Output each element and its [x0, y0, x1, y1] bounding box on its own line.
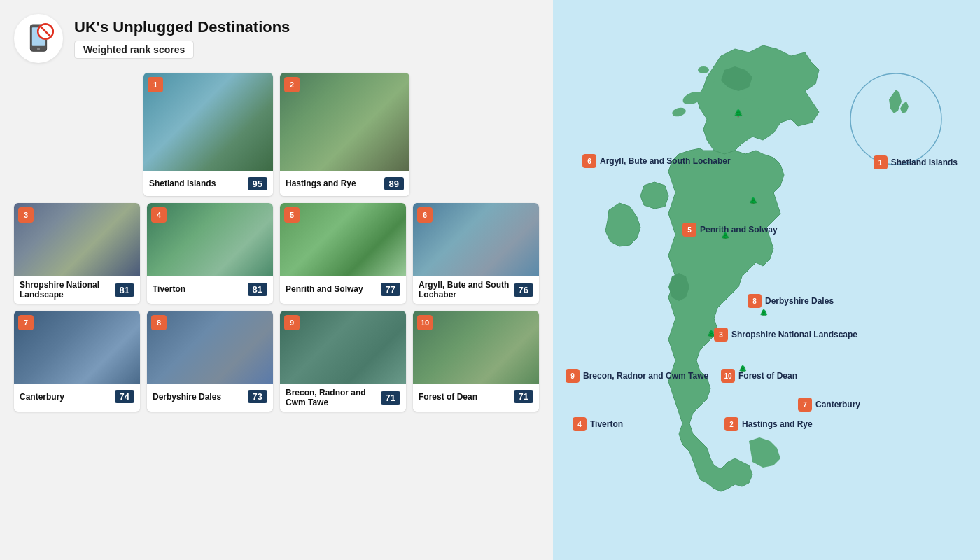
- svg-point-11: [850, 74, 941, 164]
- card-3-footer: Shropshire National Landscape 81: [14, 276, 140, 304]
- card-3-score: 81: [115, 284, 134, 297]
- svg-text:🌲: 🌲: [734, 108, 743, 118]
- card-4-score: 81: [248, 283, 267, 296]
- map-name-1: Shetland Islands: [891, 158, 958, 167]
- card-4-footer: Tiverton 81: [147, 276, 273, 302]
- map-label-1: 1 Shetland Islands: [874, 155, 958, 169]
- rank-badge-7: 7: [18, 315, 34, 330]
- svg-point-9: [698, 66, 709, 74]
- map-name-7: Canterbury: [816, 400, 860, 410]
- map-name-5: Penrith and Solway: [700, 225, 778, 234]
- rank-badge-1: 1: [148, 77, 163, 92]
- card-5-name: Penrith and Solway: [286, 284, 363, 294]
- card-9-score: 71: [381, 391, 400, 405]
- card-7: 7 Canterbury 74: [14, 311, 140, 412]
- map-name-2: Hastings and Rye: [742, 419, 813, 429]
- map-label-6: 6 Argyll, Bute and South Lochaber: [582, 154, 731, 168]
- map-rank-9: 9: [566, 369, 580, 383]
- left-panel: UK's Unplugged Destinations Weighted ran…: [0, 0, 553, 560]
- map-label-8: 8 Derbyshire Dales: [748, 294, 834, 308]
- map-name-9: Brecon, Radnor and Cwm Tawe: [583, 371, 708, 381]
- map-name-8: Derbyshire Dales: [765, 296, 834, 306]
- header-area: UK's Unplugged Destinations Weighted ran…: [14, 14, 539, 63]
- card-3: 3 Shropshire National Landscape 81: [14, 203, 140, 304]
- map-label-9: 9 Brecon, Radnor and Cwm Tawe: [566, 369, 708, 383]
- map-rank-2: 2: [724, 417, 738, 431]
- card-7-footer: Canterbury 74: [14, 384, 140, 410]
- card-6-footer: Argyll, Bute and South Lochaber 76: [413, 276, 539, 304]
- card-2-score: 89: [384, 177, 404, 190]
- header-text: UK's Unplugged Destinations Weighted ran…: [74, 18, 290, 59]
- card-6-score: 76: [514, 284, 533, 297]
- map-rank-6: 6: [582, 154, 596, 168]
- card-5-score: 77: [381, 283, 400, 296]
- card-10-name: Forest of Dean: [419, 392, 477, 402]
- map-rank-1: 1: [874, 155, 888, 169]
- map-rank-3: 3: [714, 328, 728, 342]
- card-1-footer: Shetland Islands 95: [144, 171, 273, 196]
- map-label-5: 5 Penrith and Solway: [682, 223, 778, 237]
- rank-badge-3: 3: [18, 207, 34, 223]
- map-name-10: Forest of Dean: [738, 371, 797, 381]
- map-label-2: 2 Hastings and Rye: [724, 417, 813, 431]
- card-7-score: 74: [115, 390, 134, 403]
- no-phone-icon: [21, 21, 56, 56]
- card-1-score: 95: [248, 177, 267, 190]
- map-name-4: Tiverton: [590, 419, 623, 429]
- svg-point-2: [37, 48, 40, 50]
- svg-point-10: [706, 78, 715, 83]
- map-rank-4: 4: [573, 417, 587, 431]
- svg-text:🌲: 🌲: [760, 308, 769, 317]
- card-4-name: Tiverton: [153, 284, 186, 294]
- card-1-name: Shetland Islands: [149, 178, 216, 188]
- card-6: 6 Argyll, Bute and South Lochaber 76: [413, 203, 539, 304]
- svg-text:🌲: 🌲: [749, 196, 758, 205]
- card-9-name: Brecon, Radnor and Cwm Tawe: [286, 388, 381, 408]
- map-container: 🌲 🌲 🌲 🌲 🌲 🌲 1 Shetland Islands 6 Argyll,…: [553, 0, 980, 560]
- card-7-name: Canterbury: [20, 392, 64, 402]
- card-8-footer: Derbyshire Dales 73: [147, 384, 273, 410]
- map-label-4: 4 Tiverton: [573, 417, 623, 431]
- card-10: 10 Forest of Dean 71: [413, 311, 539, 412]
- card-8-score: 73: [248, 390, 267, 403]
- card-2-name: Hastings and Rye: [286, 178, 356, 188]
- weighted-badge: Weighted rank scores: [74, 41, 194, 59]
- phone-icon-container: [14, 14, 63, 63]
- card-5: 5 Penrith and Solway 77: [280, 203, 406, 304]
- card-5-footer: Penrith and Solway 77: [280, 276, 406, 302]
- map-name-6: Argyll, Bute and South Lochaber: [600, 156, 731, 166]
- map-label-7: 7 Canterbury: [798, 398, 860, 412]
- card-2-footer: Hastings and Rye 89: [280, 171, 410, 196]
- rank-badge-2: 2: [284, 77, 300, 92]
- rank-badge-10: 10: [417, 315, 433, 330]
- rank-badge-5: 5: [284, 207, 300, 223]
- map-rank-7: 7: [798, 398, 812, 412]
- card-10-footer: Forest of Dean 71: [413, 384, 539, 410]
- card-6-name: Argyll, Bute and South Lochaber: [419, 280, 514, 300]
- rank-badge-8: 8: [151, 315, 167, 330]
- map-rank-10: 10: [721, 369, 735, 383]
- card-1: 1 Shetland Islands 95: [144, 73, 273, 196]
- card-3-name: Shropshire National Landscape: [20, 280, 115, 300]
- rank-badge-6: 6: [417, 207, 433, 223]
- card-4: 4 Tiverton 81: [147, 203, 273, 304]
- rank-badge-9: 9: [284, 315, 300, 330]
- right-panel: 🌲 🌲 🌲 🌲 🌲 🌲 1 Shetland Islands 6 Argyll,…: [553, 0, 980, 560]
- map-label-3: 3 Shropshire National Landscape: [714, 328, 858, 342]
- card-8: 8 Derbyshire Dales 73: [147, 311, 273, 412]
- map-rank-5: 5: [682, 223, 696, 237]
- card-10-score: 71: [514, 390, 533, 403]
- card-8-name: Derbyshire Dales: [153, 392, 221, 402]
- top-row: 1 Shetland Islands 95 2 Hastings and Rye…: [14, 73, 539, 196]
- card-9-footer: Brecon, Radnor and Cwm Tawe 71: [280, 384, 406, 412]
- map-label-10: 10 Forest of Dean: [721, 369, 797, 383]
- uk-map-svg: 🌲 🌲 🌲 🌲 🌲 🌲: [553, 0, 980, 560]
- page-title: UK's Unplugged Destinations: [74, 18, 290, 36]
- rank-badge-4: 4: [151, 207, 167, 223]
- map-rank-8: 8: [748, 294, 762, 308]
- mid-row: 3 Shropshire National Landscape 81 4 Tiv…: [14, 203, 539, 304]
- card-2: 2 Hastings and Rye 89: [280, 73, 410, 196]
- map-name-3: Shropshire National Landscape: [732, 330, 858, 340]
- bottom-row: 7 Canterbury 74 8 Derbyshire Dales 73 9 …: [14, 311, 539, 412]
- card-9: 9 Brecon, Radnor and Cwm Tawe 71: [280, 311, 406, 412]
